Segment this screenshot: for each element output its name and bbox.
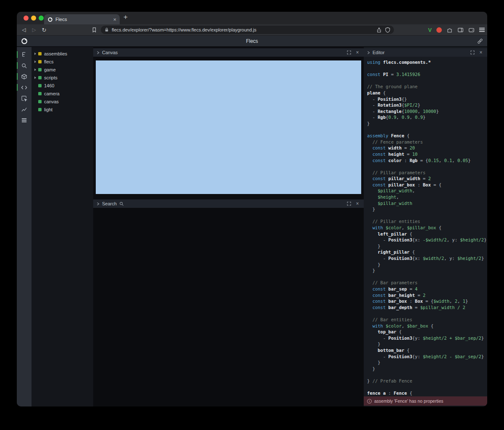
code-line: } // Prefab Fence: [367, 378, 487, 384]
editor-panel: Editor × using flecs.components.* const …: [364, 47, 487, 406]
code-line: - Rotation3{$PI/2}: [367, 102, 487, 108]
flecs-explorer-app: Flecs: [17, 36, 487, 406]
code-line: // Bar parameters: [367, 280, 487, 286]
expand-arrow-icon[interactable]: [34, 60, 36, 63]
tree-item-light[interactable]: light: [32, 105, 93, 113]
entity-color-dot: [38, 52, 42, 55]
app-title: Flecs: [246, 38, 258, 44]
code-line: using flecs.components.*: [367, 59, 487, 66]
code-line: const bar_depth = $pillar_width / 2: [367, 304, 487, 311]
code-line: - Position3{y: $height/2 - $bar_sep/2}: [367, 354, 487, 360]
tab-close-icon[interactable]: ×: [113, 17, 116, 22]
menu-icon[interactable]: [479, 28, 485, 32]
forward-button[interactable]: ▷: [29, 24, 39, 35]
adblock-extension-icon[interactable]: [436, 27, 442, 33]
left-icon-sidebar: [17, 47, 32, 406]
sidebar-statistics-icon[interactable]: [17, 104, 32, 115]
tree-item-canvas[interactable]: canvas: [32, 97, 93, 105]
window-zoom-button[interactable]: [39, 16, 44, 21]
sidebar-search-icon[interactable]: [17, 60, 32, 71]
entity-color-dot: [38, 92, 42, 95]
entity-color-dot: [38, 108, 42, 111]
tree-item-1460[interactable]: 1460: [32, 81, 93, 89]
search-expand-button[interactable]: [346, 201, 352, 207]
expand-arrow-icon[interactable]: [34, 76, 36, 79]
code-line: - Position3{x: -$width/2, y: $height/2}: [367, 237, 487, 243]
window-minimize-button[interactable]: [31, 16, 36, 21]
bookmark-icon[interactable]: [91, 26, 97, 33]
sidebar-scene-cube-icon[interactable]: [17, 71, 32, 82]
vimium-extension-icon[interactable]: V: [428, 27, 432, 33]
shield-icon[interactable]: [385, 27, 391, 33]
collapse-chevron-icon[interactable]: [97, 51, 100, 55]
collapse-chevron-icon[interactable]: [97, 202, 100, 206]
canvas-panel-header[interactable]: Canvas ×: [93, 48, 364, 57]
tab-strip: Flecs × +: [17, 12, 487, 24]
app-header: Flecs: [17, 36, 487, 47]
code-line: // The ground plane: [367, 84, 487, 90]
code-line: const bar_height = 2: [367, 292, 487, 299]
code-line: - Rectangle{10000, 10000}: [367, 108, 487, 115]
code-line: right_pillar {: [367, 249, 487, 255]
sidebar-code-editor-icon[interactable]: [17, 82, 32, 93]
editor-expand-button[interactable]: [470, 50, 475, 55]
code-area[interactable]: using flecs.components.* const PI = 3.14…: [364, 57, 487, 396]
new-tab-button[interactable]: +: [123, 13, 128, 21]
url-text: flecs.dev/explorer/?wasm=https://www.fle…: [112, 27, 373, 32]
info-icon: i: [367, 399, 372, 404]
code-line: }: [367, 366, 487, 372]
code-line: const pillar_width = 2: [367, 176, 487, 182]
editor-panel-header[interactable]: Editor ×: [364, 48, 487, 57]
code-line: const pillar_box : Box = {: [367, 182, 487, 188]
wallet-icon[interactable]: [468, 27, 475, 33]
canvas-close-button[interactable]: ×: [354, 50, 360, 55]
search-results-area: [93, 208, 364, 406]
code-line: - Position3{y: $height/2 + $bar_sep/2}: [367, 335, 487, 341]
entity-color-dot: [38, 68, 42, 71]
share-link-icon[interactable]: [477, 38, 483, 45]
tab-favicon: [47, 17, 53, 22]
code-line: // Fence parameters: [367, 139, 487, 145]
editor-close-button[interactable]: ×: [478, 50, 484, 55]
tree-item-label: scripts: [44, 75, 58, 80]
code-line: // Pillar entities: [367, 218, 487, 225]
tree-item-label: camera: [44, 91, 60, 96]
reload-button[interactable]: ↻: [39, 24, 49, 35]
address-bar[interactable]: flecs.dev/explorer/?wasm=https://www.fle…: [101, 26, 394, 34]
canvas-viewport[interactable]: [96, 60, 361, 194]
search-panel-header[interactable]: Search ×: [93, 199, 364, 208]
code-line: [367, 310, 487, 317]
canvas-expand-button[interactable]: [346, 50, 352, 55]
code-line: $pillar_width,: [367, 188, 487, 194]
tree-item-assemblies[interactable]: assemblies: [32, 50, 93, 58]
code-line: [367, 384, 487, 390]
code-line: - Position3{}: [367, 96, 487, 102]
editor-panel-title: Editor: [373, 50, 385, 55]
tree-item-label: light: [44, 107, 52, 112]
sidebar-inspector-icon[interactable]: [17, 93, 32, 104]
search-panel-title: Search: [102, 201, 117, 206]
entity-tree: assembliesflecsgamescripts1460cameracanv…: [32, 47, 93, 406]
back-button[interactable]: ◁: [19, 24, 29, 35]
puzzle-extensions-icon[interactable]: [446, 27, 453, 33]
search-close-button[interactable]: ×: [354, 201, 360, 207]
sidebar-toggle-icon[interactable]: [457, 27, 464, 33]
code-line: fence_a : Fence {: [367, 390, 487, 396]
expand-arrow-icon[interactable]: [34, 52, 36, 55]
tree-item-flecs[interactable]: flecs: [32, 58, 93, 66]
collapse-chevron-icon[interactable]: [367, 51, 370, 55]
sidebar-query-results-icon[interactable]: [17, 115, 32, 126]
code-line: [367, 66, 487, 72]
browser-tab[interactable]: Flecs ×: [44, 14, 120, 24]
entity-color-dot: [38, 76, 42, 79]
sidebar-entity-tree-icon[interactable]: [17, 49, 32, 60]
tree-item-game[interactable]: game: [32, 66, 93, 73]
share-icon[interactable]: [376, 27, 382, 33]
tree-item-camera[interactable]: camera: [32, 89, 93, 97]
window-close-button[interactable]: [24, 16, 29, 21]
code-line: }: [367, 121, 487, 127]
code-line: }: [367, 341, 487, 347]
expand-arrow-icon[interactable]: [34, 68, 36, 71]
app-content: assembliesflecsgamescripts1460cameracanv…: [17, 47, 487, 406]
tree-item-scripts[interactable]: scripts: [32, 73, 93, 81]
